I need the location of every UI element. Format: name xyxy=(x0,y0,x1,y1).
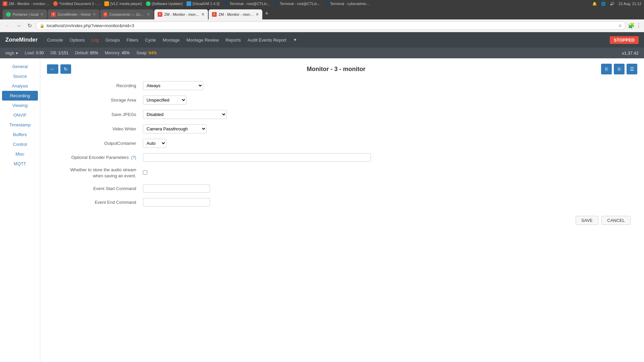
version: v1.37.42 xyxy=(622,51,639,56)
content-area: ← ↻ Monitor - 3 - monitor ⎘ ⎘ ☰ Recordin… xyxy=(40,58,644,362)
load-stat: Load: 0.50 xyxy=(25,51,44,55)
address-url: localhost/zm/index.php?view=monitor&mid=… xyxy=(47,23,616,28)
recording-select[interactable]: Always Activity Continuous Triggered Nod… xyxy=(143,81,203,90)
nav-console[interactable]: Console xyxy=(47,38,63,43)
event-start-input[interactable] xyxy=(143,184,210,193)
sidebar-item-buffers[interactable]: Buffers xyxy=(0,130,40,139)
extensions-icon[interactable]: 🧩 xyxy=(628,22,635,29)
browser-nav-bar: ← → ↻ 🔒 localhost/zm/index.php?view=moni… xyxy=(0,19,644,32)
video-writer-label: Video Writer xyxy=(47,122,141,136)
reload-button[interactable]: ↻ xyxy=(25,21,34,30)
event-end-row: Event End Command xyxy=(47,195,637,209)
content-toolbar: ← ↻ Monitor - 3 - monitor ⎘ ⎘ ☰ xyxy=(47,64,637,74)
back-nav-button[interactable]: ← xyxy=(47,64,58,74)
nav-more-icon[interactable]: ▼ xyxy=(293,38,297,42)
tab-zm-monitor-2[interactable]: Z ZM - Monitor - monitor ✕ xyxy=(209,9,262,19)
menu-icon[interactable]: ⋮ xyxy=(636,22,641,29)
toolbar-right-icons: ⎘ ⎘ ☰ xyxy=(601,64,637,74)
sidebar-item-onvif[interactable]: ONVIF xyxy=(0,110,40,120)
system-bar-doc[interactable]: *Untitled Document 2 - ... xyxy=(53,1,100,6)
system-bar: Z ZM - Monitor - monitor ... *Untitled D… xyxy=(0,0,644,7)
output-container-select[interactable]: Auto MKV MP4 xyxy=(143,139,166,148)
sidebar-item-control[interactable]: Control xyxy=(0,139,40,149)
swap-stat: Swap: 94% xyxy=(137,51,157,55)
nav-cycle[interactable]: Cycle xyxy=(145,38,156,43)
system-bar-vm[interactable]: [VisualVM 1.4.3] xyxy=(186,1,219,6)
encoder-params-input[interactable] xyxy=(143,153,371,162)
storage-area-row: Storage Area Unspecified xyxy=(47,93,637,107)
browser-tabs-bar: Portainer | local ✕ Z ZoneMinder - Home … xyxy=(0,7,644,19)
audio-stream-checkbox[interactable] xyxy=(143,170,147,175)
nav-filters[interactable]: Filters xyxy=(126,38,138,43)
system-bar-right: 🔔🌐🔊 22 Aug, 21:12 xyxy=(592,2,641,6)
video-writer-select[interactable]: Camera Passthrough Disabled H264 Camera … xyxy=(143,124,207,133)
output-container-row: OutputContainer Auto MKV MP4 xyxy=(47,136,637,150)
back-button[interactable]: ← xyxy=(3,21,12,30)
address-star-icon: ☆ xyxy=(618,23,622,28)
tab-zm-monitor-1[interactable]: Z ZM - Monitor - monitor ✕ xyxy=(154,9,208,19)
tab-portainer[interactable]: Portainer | local ✕ xyxy=(3,9,47,19)
refresh-button[interactable]: ↻ xyxy=(60,64,71,74)
save-jpegs-row: Save JPEGs Disabled Frames only Analysis… xyxy=(47,107,637,122)
system-bar-term2[interactable]: Terminal - root@CTLin... xyxy=(274,1,320,6)
nav-montage-review[interactable]: Montage Review xyxy=(186,38,219,43)
sidebar-item-analysis[interactable]: Analysis xyxy=(0,81,40,91)
event-end-input[interactable] xyxy=(143,198,210,206)
encoder-help-link[interactable]: (?) xyxy=(131,155,136,160)
list-icon-button[interactable]: ☰ xyxy=(627,64,637,74)
new-tab-button[interactable]: + xyxy=(263,10,271,17)
cancel-button[interactable]: CANCEL xyxy=(601,216,631,225)
default-stat: Default: 85% xyxy=(75,51,98,55)
save-button[interactable]: SAVE xyxy=(576,216,598,225)
save-jpegs-select[interactable]: Disabled Frames only Analysis only Frame… xyxy=(143,110,227,119)
system-bar-vlc[interactable]: [VLC media player] xyxy=(104,1,142,6)
video-writer-row: Video Writer Camera Passthrough Disabled… xyxy=(47,122,637,136)
nav-log[interactable]: Log xyxy=(92,38,99,43)
nav-audit[interactable]: Audit Events Report xyxy=(248,38,286,43)
address-bar[interactable]: 🔒 localhost/zm/index.php?view=monitor&mi… xyxy=(36,21,626,30)
recording-label: Recording xyxy=(47,78,141,93)
form-actions: SAVE CANCEL xyxy=(47,216,637,225)
system-time: 22 Aug, 21:12 xyxy=(619,2,641,6)
storage-area-label: Storage Area xyxy=(47,93,141,107)
main-layout: General Source Analysis Recording Viewin… xyxy=(0,58,644,362)
event-start-label: Event Start Command xyxy=(47,182,141,195)
audio-stream-label: Whether to store the audio stream when s… xyxy=(47,164,141,182)
system-bar-zm[interactable]: Z ZM - Monitor - monitor ... xyxy=(3,1,49,6)
sidebar-item-general[interactable]: General xyxy=(0,62,40,71)
nav-options[interactable]: Options xyxy=(70,38,85,43)
audio-stream-row: Whether to store the audio stream when s… xyxy=(47,164,637,182)
high-dropdown[interactable]: High ▾ xyxy=(5,51,18,56)
system-bar-term3[interactable]: Terminal - cyberadmin... xyxy=(324,1,369,6)
output-container-label: OutputContainer xyxy=(47,136,141,150)
zm-navbar: ZoneMinder Console Options Log Groups Fi… xyxy=(0,32,644,48)
stopped-badge: STOPPED xyxy=(610,36,639,44)
sidebar-item-misc[interactable]: Misc xyxy=(0,149,40,159)
recording-row: Recording Always Activity Continuous Tri… xyxy=(47,78,637,93)
nav-montage[interactable]: Montage xyxy=(163,38,180,43)
nav-reports[interactable]: Reports xyxy=(226,38,241,43)
nav-groups[interactable]: Groups xyxy=(106,38,120,43)
forward-button[interactable]: → xyxy=(14,21,23,30)
address-lock-icon: 🔒 xyxy=(40,23,45,28)
encoder-params-row: Optional Encoder Parameters (?) xyxy=(47,150,637,164)
sidebar-item-timestamp[interactable]: Timestamp xyxy=(0,120,40,130)
page-title: Monitor - 3 - monitor xyxy=(73,66,599,73)
zm-brand: ZoneMinder xyxy=(5,37,38,43)
tab-zm-home[interactable]: Z ZoneMinder - Home ✕ xyxy=(48,9,99,19)
storage-area-select[interactable]: Unspecified xyxy=(143,96,186,105)
rss-icon-button[interactable]: ⎘ xyxy=(601,64,612,74)
sidebar-item-recording[interactable]: Recording xyxy=(2,91,38,101)
nav-right-icons: 🧩 ⋮ xyxy=(628,22,641,29)
event-end-label: Event End Command xyxy=(47,195,141,209)
status-bar: High ▾ Load: 0.50 DB: 1/151 Default: 85%… xyxy=(0,48,644,58)
feed-icon-button[interactable]: ⎘ xyxy=(614,64,625,74)
event-start-row: Event Start Command xyxy=(47,182,637,195)
sidebar-item-source[interactable]: Source xyxy=(0,71,40,81)
tab-components[interactable]: Z Components — ZoneMi... ✕ xyxy=(100,9,154,19)
sidebar-item-mqtt[interactable]: MQTT xyxy=(0,159,40,169)
system-bar-term1[interactable]: Terminal - root@CTLin... xyxy=(223,1,270,6)
system-bar-sw[interactable]: [Software Updater] xyxy=(146,1,183,6)
save-jpegs-label: Save JPEGs xyxy=(47,107,141,122)
sidebar-item-viewing[interactable]: Viewing xyxy=(0,101,40,110)
